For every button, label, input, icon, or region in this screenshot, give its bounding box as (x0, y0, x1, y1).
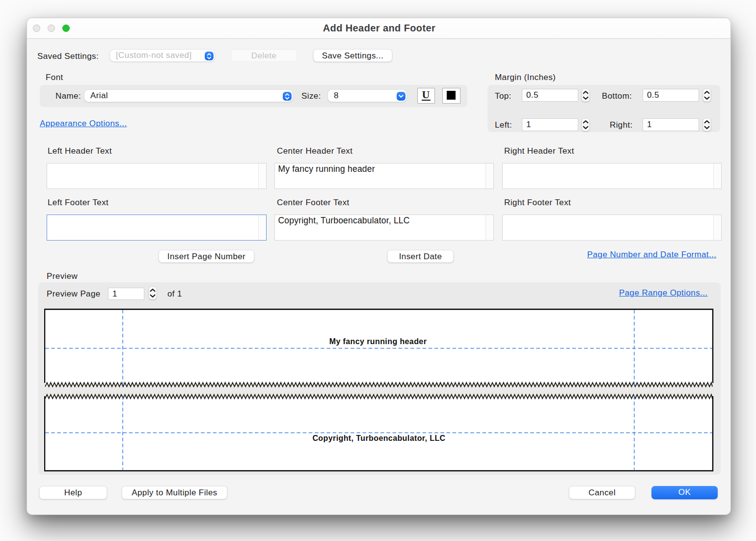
svg-text:Copyright, Turboencabulator, L: Copyright, Turboencabulator, LLC (312, 434, 445, 442)
svg-text:My fancy running header: My fancy running header (329, 337, 427, 346)
